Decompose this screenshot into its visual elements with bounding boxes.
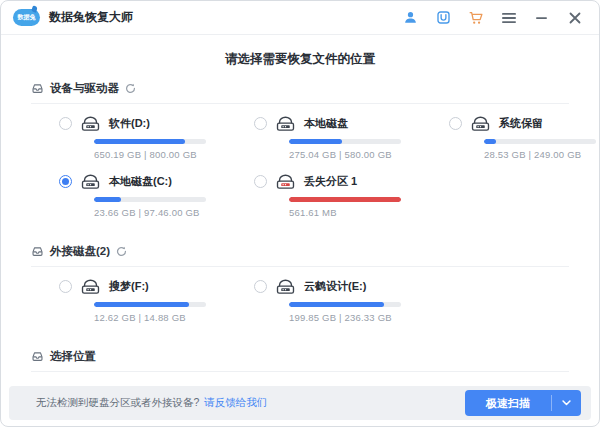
radio-drive-local[interactable] (254, 117, 267, 130)
radio-drive-c[interactable] (59, 175, 72, 188)
hard-drive-icon (80, 115, 101, 132)
drive-usage-bar (94, 302, 206, 307)
hard-drive-icon (470, 115, 491, 132)
drive-item-c[interactable]: 本地磁盘(C:) 23.66 GB | 97.46.00 GB (59, 173, 254, 218)
footer-question: 无法检测到硬盘分区或者外接设备? (36, 396, 199, 410)
drive-size: 23.66 GB | 97.46.00 GB (94, 207, 254, 218)
app-logo-text: 数据兔 (18, 13, 36, 22)
drive-name: 丢失分区 1 (304, 174, 357, 189)
drive-item-lost-partition[interactable]: 丢失分区 1 561.61 MB (254, 173, 449, 218)
scan-button[interactable]: 极速扫描 (465, 390, 551, 416)
drive-usage-bar (289, 302, 401, 307)
radio-drive-e[interactable] (254, 280, 267, 293)
drive-item-system[interactable]: 系统保留 28.53 GB | 249.00 GB (449, 115, 596, 160)
radio-drive-system[interactable] (449, 117, 462, 130)
user-account-icon[interactable] (400, 8, 420, 28)
external-grid: 搜梦(F:) 12.62 GB | 14.88 GB 云鹤设计(E:) 199.… (59, 278, 579, 336)
drive-name: 本地磁盘(C:) (109, 174, 172, 189)
footer-bar: 无法检测到硬盘分区或者外接设备? 请反馈给我们 极速扫描 (9, 386, 591, 420)
titlebar: 数据兔 数据兔恢复大师 (1, 1, 599, 35)
cart-icon[interactable] (466, 8, 486, 28)
hard-drive-icon (275, 278, 296, 295)
drive-name: 系统保留 (499, 116, 543, 131)
drive-item-e[interactable]: 云鹤设计(E:) 199.85 GB | 236.33 GB (254, 278, 449, 323)
app-logo: 数据兔 (13, 9, 40, 26)
scan-dropdown-button[interactable] (552, 390, 581, 416)
drive-name: 云鹤设计(E:) (304, 279, 366, 294)
drive-section-icon (31, 350, 44, 363)
section-devices-title: 设备与驱动器 (50, 81, 119, 96)
section-devices-header: 设备与驱动器 (31, 81, 569, 104)
drive-name: 软件(D:) (109, 116, 150, 131)
scan-split-button: 极速扫描 (465, 390, 581, 416)
section-external-header: 外接磁盘(2) (31, 244, 569, 267)
drive-size: 275.04 GB | 580.00 GB (289, 149, 449, 160)
drive-usage-bar (484, 139, 596, 144)
hard-drive-icon (80, 173, 101, 190)
devices-grid-row1: 软件(D:) 650.19 GB | 800.00 GB 本地磁盘 275.04… (59, 115, 579, 231)
drive-size: 28.53 GB | 249.00 GB (484, 149, 596, 160)
drive-size: 561.61 MB (289, 207, 449, 218)
section-locations-header: 选择位置 (31, 349, 569, 372)
chevron-down-icon (562, 400, 571, 406)
hard-drive-icon (275, 115, 296, 132)
section-locations-title: 选择位置 (50, 349, 96, 364)
drive-size: 12.62 GB | 14.88 GB (94, 312, 254, 323)
drive-size: 199.85 GB | 236.33 GB (289, 312, 449, 323)
drive-section-icon (31, 82, 44, 95)
drive-usage-bar (94, 197, 206, 202)
minimize-icon[interactable] (532, 8, 552, 28)
drive-section-icon (31, 245, 44, 258)
drive-usage-bar (289, 139, 401, 144)
drive-name: 本地磁盘 (304, 116, 348, 131)
radio-lost-partition[interactable] (254, 175, 267, 188)
refresh-icon[interactable] (125, 83, 136, 94)
drive-usage-bar (94, 139, 206, 144)
radio-drive-f[interactable] (59, 280, 72, 293)
drive-size: 650.19 GB | 800.00 GB (94, 149, 254, 160)
hard-drive-icon (80, 278, 101, 295)
lost-drive-icon (275, 173, 296, 190)
drive-item-d[interactable]: 软件(D:) 650.19 GB | 800.00 GB (59, 115, 254, 160)
drive-name: 搜梦(F:) (109, 279, 149, 294)
close-icon[interactable] (565, 8, 585, 28)
drive-usage-bar (289, 197, 401, 202)
radio-drive-d[interactable] (59, 117, 72, 130)
app-window: 数据兔 数据兔恢复大师 请选择需要恢复文件的位置 设备与驱动器 (0, 0, 600, 427)
drive-item-local[interactable]: 本地磁盘 275.04 GB | 580.00 GB (254, 115, 449, 160)
refresh-icon[interactable] (116, 246, 127, 257)
feedback-link[interactable]: 请反馈给我们 (204, 396, 267, 410)
section-external-title: 外接磁盘(2) (50, 244, 110, 259)
feedback-icon[interactable] (433, 8, 453, 28)
drive-item-f[interactable]: 搜梦(F:) 12.62 GB | 14.88 GB (59, 278, 254, 323)
app-title: 数据兔恢复大师 (49, 9, 133, 26)
page-title: 请选择需要恢复文件的位置 (1, 35, 599, 81)
menu-icon[interactable] (499, 8, 519, 28)
